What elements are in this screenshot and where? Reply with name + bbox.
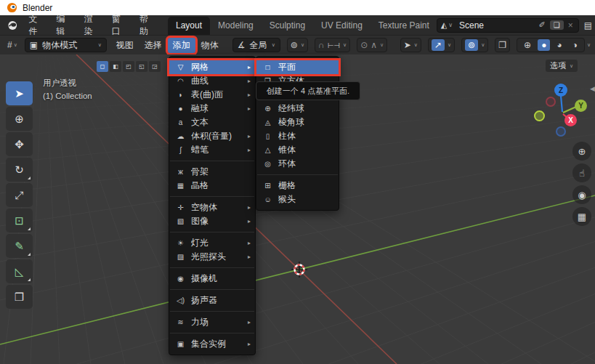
transform-orientation-select[interactable]: ∡ 全局 ∨ xyxy=(232,38,280,52)
tool-button[interactable]: ❒ xyxy=(6,285,33,309)
menu-item[interactable]: ◗ 表(曲)面 ▸ xyxy=(169,88,255,102)
mode-select[interactable]: ▣ 物体模式 ∨ xyxy=(25,38,107,52)
menu-item[interactable]: ≋ 力场 ▸ xyxy=(169,315,255,329)
select-mode-button[interactable]: ◲ xyxy=(149,61,161,72)
menu-item[interactable]: ⊞ 栅格 xyxy=(256,179,339,193)
orientation-icon: ∡ xyxy=(238,40,246,50)
chevron-down-icon[interactable]: ∨ xyxy=(587,42,591,48)
snap-target-icon[interactable]: ⊢⊣ xyxy=(328,41,340,49)
xray-toggle[interactable]: ❐ xyxy=(495,38,510,52)
menu-item[interactable]: ▽ 网格 ▸ xyxy=(169,60,255,74)
tool-button[interactable]: ↻ xyxy=(6,158,33,182)
chevron-down-icon[interactable]: ∨ xyxy=(448,42,451,48)
tool-button[interactable]: ◺ xyxy=(6,259,33,283)
viewport-nav-button[interactable]: ⊕ xyxy=(572,142,591,161)
region-collapse-icon[interactable]: ◀ xyxy=(590,85,595,92)
pivot-point-select[interactable]: ⊚ ∨ xyxy=(287,38,308,52)
new-scene-button[interactable]: ❏ xyxy=(550,20,564,30)
viewport-nav-button[interactable]: ☝ xyxy=(572,163,591,182)
menu-item-icon: ⊞ xyxy=(262,182,273,190)
tool-button[interactable]: ✥ xyxy=(6,132,33,156)
options-dropdown[interactable]: 选项 ∨ xyxy=(546,60,578,72)
menu-item[interactable]: ▯ 柱体 xyxy=(256,129,339,143)
tool-button[interactable]: ⊕ xyxy=(6,107,33,131)
tooltip: 创建一个 4 点基准平面. xyxy=(256,81,360,100)
workspace-tab[interactable]: UV Editing xyxy=(313,17,371,35)
shading-mode-button[interactable]: ◑ xyxy=(569,39,581,51)
menu-item[interactable]: ж 骨架 xyxy=(169,165,255,179)
menu-item[interactable]: ☺ 猴头 xyxy=(256,193,339,206)
workspace-tab[interactable]: Sculpting xyxy=(262,17,313,35)
shading-mode-button[interactable]: ◕ xyxy=(553,39,565,51)
overlays-toggle-icon[interactable]: ⊚ xyxy=(465,39,478,51)
menu-item[interactable]: ✛ 空物体 ▸ xyxy=(169,201,255,214)
tool-button[interactable]: ➤ xyxy=(6,81,33,105)
gizmo-y-axis[interactable]: Y xyxy=(575,100,587,112)
shading-mode-button[interactable]: ⊕ xyxy=(520,39,535,51)
workspace-tab[interactable]: Layout xyxy=(168,17,210,35)
blender-app-icon[interactable] xyxy=(7,20,18,31)
menu-item[interactable]: ▣ 集合实例 ▸ xyxy=(169,337,255,351)
pin-icon[interactable]: ✐ xyxy=(535,20,548,30)
chevron-down-icon[interactable]: ∨ xyxy=(343,42,347,48)
chevron-down-icon[interactable]: ∨ xyxy=(481,42,485,48)
menu-item[interactable]: ◬ 棱角球 xyxy=(256,116,339,129)
gizmo-minus-y-axis[interactable] xyxy=(534,110,545,121)
viewport-nav-button[interactable]: ▦ xyxy=(572,207,591,226)
menu-item-label: 平面 xyxy=(278,61,329,73)
proportional-edit-icon[interactable]: ⊙ xyxy=(360,40,368,50)
menu-item[interactable]: □ 平面 xyxy=(256,60,339,74)
3d-viewport[interactable]: ◻◧◰◱◲ 用户透视 (1) Collection 选项 ∨ ➤⊕✥↻⤢⊡✎◺❒… xyxy=(0,54,595,364)
workspace-tab[interactable]: Modeling xyxy=(210,17,262,35)
menu-item[interactable]: ◠ 曲线 ▸ xyxy=(169,74,255,88)
viewport-nav-button[interactable]: ◉ xyxy=(572,185,591,204)
tool-button[interactable]: ⊡ xyxy=(6,209,33,232)
menu-item[interactable]: ◁) 扬声器 xyxy=(169,294,255,307)
header-menu[interactable]: 添加 xyxy=(168,38,195,53)
snap-magnet-icon[interactable]: ∩ xyxy=(318,40,325,50)
header-menu[interactable]: 物体 xyxy=(196,38,224,53)
menu-item[interactable]: △ 锥体 xyxy=(256,143,339,157)
chevron-down-icon[interactable]: ∨ xyxy=(414,42,418,48)
menu-item[interactable]: ▨ 光照探头 ▸ xyxy=(169,250,255,264)
gizmo-minus-x-axis[interactable] xyxy=(546,97,556,107)
menu-item-icon: ʃ xyxy=(175,146,186,154)
selectability-icon[interactable]: ➤ xyxy=(404,40,411,50)
menu-item[interactable]: ● 融球 ▸ xyxy=(169,102,255,116)
header-menu[interactable]: 选择 xyxy=(139,38,167,53)
menu-item-icon: ☁ xyxy=(175,132,186,140)
menu-item[interactable]: ʃ 蜡笔 ▸ xyxy=(169,143,255,157)
menu-item[interactable]: ☁ 体积(音量) ▸ xyxy=(169,129,255,143)
menu-item[interactable]: a 文本 xyxy=(169,116,255,129)
menu-item[interactable]: ◎ 环体 xyxy=(256,157,339,171)
menu-item-label: 摄像机 xyxy=(191,272,246,285)
gizmo-minus-z-axis[interactable] xyxy=(556,126,566,137)
menu-item-label: 经纬球 xyxy=(278,102,329,115)
submenu-arrow-icon: ▸ xyxy=(248,204,251,211)
scene-icon[interactable]: ◭ xyxy=(440,20,448,30)
unlink-scene-button[interactable]: × xyxy=(565,20,576,31)
gizmo-x-axis[interactable]: X xyxy=(564,114,577,126)
chevron-down-icon[interactable]: ∨ xyxy=(448,22,455,28)
select-mode-button[interactable]: ◻ xyxy=(97,61,108,72)
header-menu[interactable]: 视图 xyxy=(111,38,139,53)
menu-item[interactable]: ☀ 灯光 ▸ xyxy=(169,236,255,250)
workspace-tab[interactable]: Texture Paint xyxy=(371,17,437,35)
scene-name[interactable]: Scene xyxy=(455,20,535,31)
tool-button[interactable]: ⤢ xyxy=(6,183,33,207)
tool-button[interactable]: ✎ xyxy=(6,234,33,258)
gizmo-z-axis[interactable]: Z xyxy=(554,84,567,97)
gizmo-toggle-icon[interactable]: ↗ xyxy=(432,39,445,51)
view-layer-icon[interactable]: ▤ xyxy=(584,20,592,31)
falloff-curve-icon[interactable]: ∧ xyxy=(371,40,377,50)
editor-type-button[interactable]: # ∨ xyxy=(4,39,20,52)
menu-item[interactable]: ▧ 图像 ▸ xyxy=(169,214,255,228)
menu-item[interactable]: ▦ 晶格 xyxy=(169,179,255,193)
menu-item[interactable]: ⊕ 经纬球 xyxy=(256,102,339,116)
navigation-gizmo[interactable]: Z Y X xyxy=(533,76,594,142)
select-mode-button[interactable]: ◰ xyxy=(123,61,134,72)
menu-item[interactable]: ◉ 摄像机 xyxy=(169,272,255,286)
select-mode-button[interactable]: ◧ xyxy=(110,61,121,72)
select-mode-button[interactable]: ◱ xyxy=(136,61,147,72)
shading-mode-button[interactable]: ● xyxy=(538,39,550,51)
